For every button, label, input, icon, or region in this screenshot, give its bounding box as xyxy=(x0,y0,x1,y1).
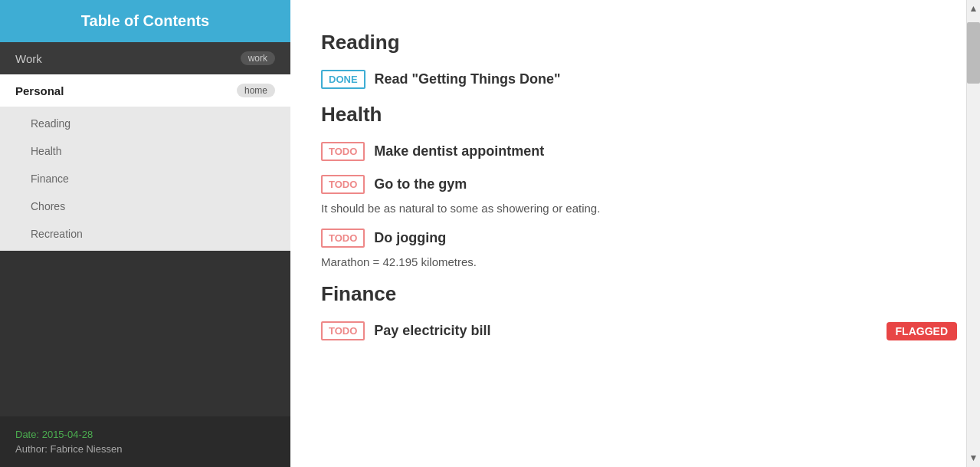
sidebar-section-work-badge: work xyxy=(241,51,275,65)
task-text-dentist: Make dentist appointment xyxy=(374,143,544,160)
scrollbar-thumb[interactable] xyxy=(967,22,980,84)
badge-todo-dentist: TODO xyxy=(321,142,365,161)
task-text-jogging: Do jogging xyxy=(374,230,446,246)
task-note-gym: It should be as natural to some as showe… xyxy=(321,202,957,215)
sidebar-title: Table of Contents xyxy=(15,12,275,30)
scroll-arrows: ▲ ▼ xyxy=(966,0,980,467)
sidebar-section-personal-label: Personal xyxy=(15,84,64,97)
scrollbar-track xyxy=(967,15,980,452)
flagged-badge: FLAGGED xyxy=(887,322,957,340)
task-text: Read "Getting Things Done" xyxy=(375,71,561,87)
sidebar-item-finance[interactable]: Finance xyxy=(0,165,290,192)
task-row-electricity: TODO Pay electricity bill FLAGGED xyxy=(321,321,957,340)
sidebar-section-work-label: Work xyxy=(15,52,42,65)
sidebar-item-chores[interactable]: Chores xyxy=(0,192,290,220)
sidebar-sections: Work work Personal home Reading Health F… xyxy=(0,42,290,251)
sidebar-section-personal-badge: home xyxy=(237,84,275,97)
sidebar-item-reading[interactable]: Reading xyxy=(0,110,290,137)
sidebar-sub-items: Reading Health Finance Chores Recreation xyxy=(0,107,290,251)
sidebar-footer: Date: 2015-04-28 Author: Fabrice Niessen xyxy=(0,416,290,467)
main-content: Reading DONE Read "Getting Things Done" … xyxy=(290,0,980,467)
task-row-dentist: TODO Make dentist appointment xyxy=(321,142,957,161)
sidebar: Table of Contents Work work Personal hom… xyxy=(0,0,290,467)
section-heading-health: Health xyxy=(321,103,957,127)
sidebar-section-work[interactable]: Work work xyxy=(0,42,290,74)
task-row-left: DONE Read "Getting Things Done" xyxy=(321,70,561,89)
task-row-jogging: TODO Do jogging xyxy=(321,229,957,248)
scroll-up-arrow[interactable]: ▲ xyxy=(969,3,978,15)
section-heading-finance: Finance xyxy=(321,282,957,306)
sidebar-header: Table of Contents xyxy=(0,0,290,42)
task-row-gym: TODO Go to the gym xyxy=(321,175,957,194)
badge-done: DONE xyxy=(321,70,365,89)
badge-todo-electricity: TODO xyxy=(321,321,365,340)
sidebar-footer-author: Author: Fabrice Niessen xyxy=(15,443,275,455)
task-text-gym: Go to the gym xyxy=(374,176,467,192)
task-note-jogging: Marathon = 42.195 kilometres. xyxy=(321,255,957,268)
task-row: DONE Read "Getting Things Done" xyxy=(321,70,957,89)
sidebar-item-recreation[interactable]: Recreation xyxy=(0,220,290,248)
sidebar-item-health[interactable]: Health xyxy=(0,137,290,165)
section-heading-reading: Reading xyxy=(321,31,957,54)
sidebar-footer-date: Date: 2015-04-28 xyxy=(15,429,275,440)
scroll-down-arrow[interactable]: ▼ xyxy=(969,452,978,464)
badge-todo-jogging: TODO xyxy=(321,229,365,248)
sidebar-section-personal[interactable]: Personal home xyxy=(0,74,290,107)
badge-todo-gym: TODO xyxy=(321,175,365,194)
task-text-electricity: Pay electricity bill xyxy=(374,323,490,339)
